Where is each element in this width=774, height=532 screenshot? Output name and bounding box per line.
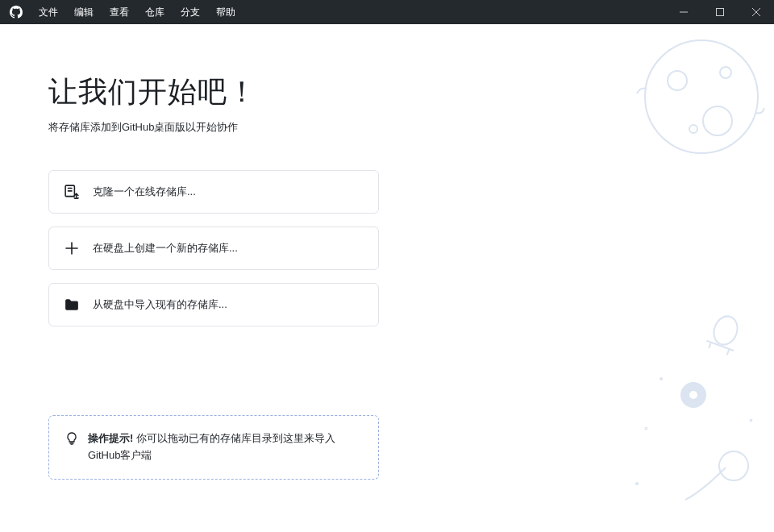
create-repo-label: 在硬盘上创建一个新的存储库... (93, 241, 238, 256)
window-controls (665, 0, 774, 24)
menu-file[interactable]: 文件 (31, 0, 66, 24)
svg-rect-1 (716, 9, 723, 16)
welcome-content: 让我们开始吧！ 将存储库添加到GitHub桌面版以开始协作 克隆一个在线存储库.… (0, 24, 774, 532)
menu-repo[interactable]: 仓库 (137, 0, 173, 24)
pro-tip-box: 操作提示! 你可以拖动已有的存储库目录到这里来导入GitHub客户端 (48, 415, 379, 480)
svg-point-14 (710, 313, 742, 347)
lightbulb-icon (65, 432, 78, 451)
welcome-subtitle: 将存储库添加到GitHub桌面版以开始协作 (48, 120, 774, 135)
github-logo-icon (10, 6, 23, 19)
svg-point-21 (635, 482, 639, 485)
svg-line-16 (709, 343, 711, 349)
add-repo-label: 从硬盘中导入现有的存储库... (93, 297, 227, 312)
space-illustration (613, 306, 774, 516)
welcome-title: 让我们开始吧！ (48, 73, 774, 112)
titlebar: 文件 编辑 查看 仓库 分支 帮助 (0, 0, 774, 24)
clone-repo-button[interactable]: 克隆一个在线存储库... (48, 170, 379, 214)
clone-icon (64, 184, 80, 200)
menu-view[interactable]: 查看 (102, 0, 137, 24)
menu-bar: 文件 编辑 查看 仓库 分支 帮助 (31, 0, 243, 24)
menu-branch[interactable]: 分支 (173, 0, 208, 24)
svg-point-19 (689, 391, 697, 399)
svg-line-15 (706, 341, 734, 351)
action-list: 克隆一个在线存储库... 在硬盘上创建一个新的存储库... 从硬盘中导入现有的存… (48, 170, 379, 326)
close-button[interactable] (738, 0, 774, 24)
svg-line-17 (727, 349, 730, 355)
folder-icon (64, 297, 80, 313)
svg-point-18 (680, 382, 706, 408)
clone-repo-label: 克隆一个在线存储库... (93, 185, 196, 199)
plus-icon (64, 240, 80, 256)
add-repo-button[interactable]: 从硬盘中导入现有的存储库... (48, 283, 379, 326)
pro-tip-text: 操作提示! 你可以拖动已有的存储库目录到这里来导入GitHub客户端 (88, 430, 362, 464)
menu-help[interactable]: 帮助 (208, 0, 243, 24)
minimize-button[interactable] (665, 0, 701, 24)
svg-point-20 (660, 377, 663, 380)
maximize-button[interactable] (701, 0, 738, 24)
create-repo-button[interactable]: 在硬盘上创建一个新的存储库... (48, 227, 379, 270)
menu-edit[interactable]: 编辑 (66, 0, 102, 24)
